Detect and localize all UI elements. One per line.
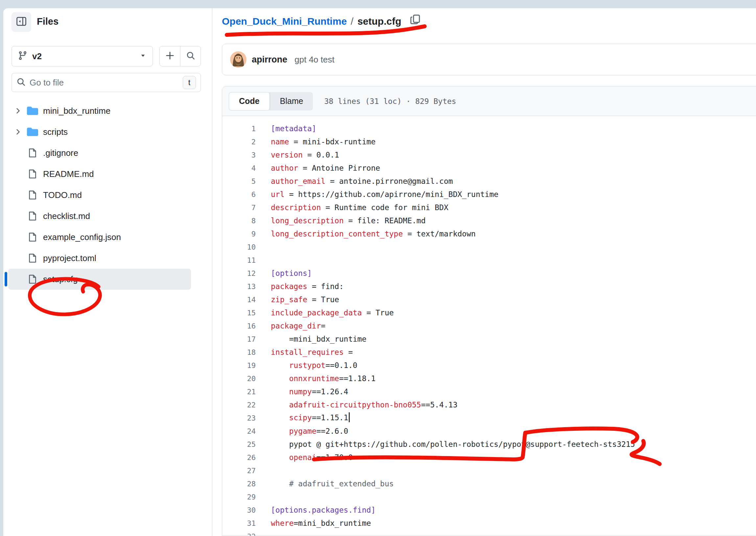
folder-icon [25,105,41,117]
file-sidebar: Files v2 t mini_bdx_runtimescripts.gitig… [3,8,212,536]
search-tree-button[interactable] [180,46,201,66]
file-icon [25,169,41,179]
code-line-17: 17 =mini_bdx_runtime [222,332,756,346]
code-line-13: 13packages = find: [222,280,756,293]
line-number[interactable]: 28 [222,480,256,488]
line-content: numpy==1.26.4 [271,387,348,396]
code-line-27: 27 [222,464,756,477]
line-number[interactable]: 3 [222,151,256,159]
code-line-18: 18install_requires = [222,346,756,359]
line-content: pypot @ git+https://github.com/pollen-ro… [271,440,635,449]
search-icon [186,51,195,61]
line-number[interactable]: 6 [222,190,256,199]
line-content: install_requires = [271,348,353,356]
code-line-22: 22 adafruit-circuitpython-bno055==5.4.13 [222,398,756,411]
go-to-file-input[interactable] [30,78,183,88]
line-content: onnxruntime==1.18.1 [271,374,376,383]
line-content: include_package_data = True [271,309,394,317]
git-branch-icon [18,50,28,62]
tree-row-todo-md[interactable]: TODO.md [8,184,191,206]
file-stats: 38 lines (31 loc) · 829 Bytes [324,97,456,106]
tab-blame[interactable]: Blame [270,92,313,111]
copy-path-button[interactable] [410,14,421,27]
tree-row-example-config-json[interactable]: example_config.json [8,226,191,248]
line-number[interactable]: 4 [222,164,256,172]
code-line-8: 8long_description = file: README.md [222,214,756,227]
line-number[interactable]: 13 [222,283,256,291]
code-line-32: 32 [222,530,756,536]
tab-code[interactable]: Code [229,92,270,111]
line-number[interactable]: 8 [222,217,256,225]
tree-row-checklist-md[interactable]: checklist.md [8,206,191,226]
line-content: # adafruit_extended_bus [271,480,394,488]
plus-icon [165,50,175,62]
line-number[interactable]: 31 [222,519,256,527]
tree-row-pyproject-toml[interactable]: pyproject.toml [8,248,191,269]
tree-row-readme-md[interactable]: README.md [8,163,191,184]
commit-message[interactable]: gpt 4o test [295,54,334,65]
code-line-31: 31where=mini_bdx_runtime [222,517,756,530]
file-icon [25,274,41,284]
line-number[interactable]: 21 [222,388,256,396]
tree-item-label: TODO.md [43,190,82,200]
code-line-25: 25 pypot @ git+https://github.com/pollen… [222,438,756,451]
tree-item-label: scripts [43,127,68,137]
line-number[interactable]: 11 [222,256,256,264]
line-number[interactable]: 16 [222,322,256,330]
chevron-right-icon[interactable] [12,128,25,135]
line-content: packages = find: [271,282,344,291]
line-number[interactable]: 2 [222,138,256,146]
line-number[interactable]: 10 [222,243,256,251]
code-blame-switch: Code Blame [229,92,313,111]
line-number[interactable]: 27 [222,467,256,475]
commit-author[interactable]: apirrone [252,54,287,65]
line-number[interactable]: 18 [222,348,256,356]
selected-file-indicator [5,272,7,286]
code-line-16: 16package_dir= [222,319,756,332]
code-line-3: 3version = 0.0.1 [222,148,756,161]
code-line-28: 28 # adafruit_extended_bus [222,477,756,490]
tree-row--gitignore[interactable]: .gitignore [8,142,191,163]
collapse-sidebar-button[interactable] [12,12,31,32]
tree-row-setup-cfg[interactable]: setup.cfg [8,269,191,290]
line-number[interactable]: 32 [222,532,256,536]
avatar[interactable] [230,51,246,68]
tree-row-mini-bdx-runtime[interactable]: mini_bdx_runtime [8,100,191,121]
line-number[interactable]: 12 [222,269,256,278]
line-number[interactable]: 29 [222,493,256,501]
code-line-6: 6url = https://github.com/apirrone/mini_… [222,188,756,201]
line-number[interactable]: 24 [222,427,256,435]
line-content: [options.packages.find] [271,506,376,514]
line-number[interactable]: 5 [222,177,256,185]
code-line-1: 1[metadata] [222,122,756,135]
folder-icon [25,126,41,137]
line-content: [metadata] [271,124,316,133]
line-number[interactable]: 7 [222,204,256,212]
line-number[interactable]: 9 [222,230,256,238]
new-file-button[interactable] [160,46,180,66]
code-line-30: 30[options.packages.find] [222,503,756,517]
line-number[interactable]: 20 [222,375,256,383]
code-line-11: 11 [222,253,756,267]
tree-item-label: checklist.md [43,211,90,221]
line-number[interactable]: 23 [222,414,256,422]
line-number[interactable]: 26 [222,453,256,462]
tree-item-label: pyproject.toml [43,253,96,263]
line-number[interactable]: 19 [222,361,256,370]
line-number[interactable]: 17 [222,335,256,343]
line-content: scipy==1.15.1 [271,413,350,423]
tree-row-scripts[interactable]: scripts [8,121,191,142]
breadcrumb-repo-link[interactable]: Open_Duck_Mini_Runtime [222,16,347,27]
line-number[interactable]: 30 [222,506,256,514]
line-number[interactable]: 22 [222,401,256,409]
line-content: rustypot==0.1.0 [271,361,357,370]
chevron-right-icon[interactable] [12,107,25,115]
branch-selector[interactable]: v2 [12,46,153,66]
code-line-26: 26 openai==1.70.0 [222,451,756,464]
line-number[interactable]: 14 [222,296,256,304]
line-content: description = Runtime code for mini BDX [271,203,448,212]
line-number[interactable]: 1 [222,125,256,133]
line-number[interactable]: 25 [222,440,256,449]
breadcrumb: Open_Duck_Mini_Runtime / setup.cfg [222,16,421,27]
line-number[interactable]: 15 [222,309,256,317]
